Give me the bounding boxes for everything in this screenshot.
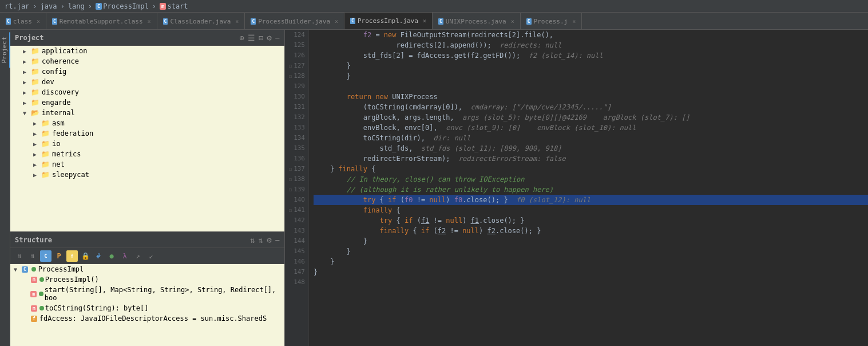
tree-label-coherence: coherence <box>42 57 79 65</box>
struct-item-fdaccess[interactable]: f fdAccess: JavaIOFileDescriptorAccess =… <box>10 313 284 324</box>
folder-icon-io: 📁 <box>41 140 50 148</box>
struct-minimize-icon[interactable]: − <box>275 235 280 245</box>
tree-label-sleepycat: sleepycat <box>52 171 89 179</box>
tab-processbuilder-close[interactable]: × <box>335 18 338 25</box>
vtab-project[interactable]: Project <box>0 32 10 68</box>
code-line-139: // (although it is rather unlikely to ha… <box>314 184 868 195</box>
struct-btn-lock[interactable]: 🔒 <box>80 250 91 262</box>
tab-classloader-label: ClassLoader.java <box>170 18 231 25</box>
collapse-all-icon[interactable]: ⊟ <box>259 33 263 42</box>
tree-item-config[interactable]: ▶ 📁 config <box>10 66 284 77</box>
struct-m-icon3: m <box>31 305 37 312</box>
tab-classloader[interactable]: C ClassLoader.java × <box>157 13 245 29</box>
tree-label-config: config <box>42 68 66 76</box>
add-icon[interactable]: ⊕ <box>239 33 244 42</box>
tree-item-coherence[interactable]: ▶ 📁 coherence <box>10 56 284 66</box>
structure-panel-title: Structure <box>15 236 250 244</box>
sep3: › <box>88 2 92 10</box>
struct-btn-arrow[interactable]: ↗ <box>132 250 144 262</box>
sort2-icon[interactable]: ⇅ <box>259 235 263 245</box>
project-tree[interactable]: ▶ 📁 application ▶ 📁 coherence ▶ 📁 config… <box>10 46 284 231</box>
struct-btn-down[interactable]: ↙ <box>145 250 157 262</box>
code-scroll[interactable]: 124 125 126 127 128 129 130 131 132 133 … <box>285 30 868 346</box>
tab-processimpl-close[interactable]: × <box>423 18 426 24</box>
tab-process-close[interactable]: × <box>572 18 576 25</box>
ln-143: 143 <box>288 226 305 236</box>
struct-circle2 <box>39 277 44 282</box>
tab-class-close[interactable]: × <box>37 18 40 25</box>
struct-btn-lambda[interactable]: λ <box>119 250 130 262</box>
tab-unixprocess-close[interactable]: × <box>511 18 514 25</box>
struct-settings-icon[interactable]: ⚙ <box>267 235 271 245</box>
struct-btn-hash[interactable]: # <box>93 250 104 262</box>
ln-127: 127 <box>288 61 305 71</box>
struct-arrow-constructor <box>23 277 31 283</box>
project-panel-header: Project ⊕ ☰ ⊟ ⚙ − <box>10 30 284 46</box>
minimize-icon[interactable]: − <box>275 33 280 42</box>
struct-btn1[interactable]: ⇅ <box>14 250 25 262</box>
struct-circle4 <box>39 306 44 310</box>
code-line-126: std_fds[2] = fdAccess.get(f2.getFD()); f… <box>314 50 868 61</box>
struct-btn-circle[interactable]: ● <box>106 250 117 262</box>
pkg1-label: java <box>41 2 57 10</box>
struct-item-tocstring[interactable]: m toCString(String): byte[] <box>10 303 284 313</box>
folder-icon-metrics: 📁 <box>41 150 50 158</box>
tab-unixprocess-icon: C <box>438 18 443 25</box>
tab-processbuilder[interactable]: C ProcessBuilder.java × <box>245 13 344 29</box>
tab-processimpl[interactable]: C ProcessImpl.java × <box>344 13 433 29</box>
folder-icon-application: 📁 <box>31 47 39 55</box>
struct-btn-f-yellow[interactable]: f <box>66 250 78 262</box>
ln-146: 146 <box>288 257 305 267</box>
struct-start-label: start(String[], Map<String, String>, Str… <box>45 286 280 302</box>
tab-remotable-label: RemotableSupport.class <box>60 18 143 25</box>
tree-arrow-federation: ▶ <box>33 131 41 137</box>
tree-item-sleepycat[interactable]: ▶ 📁 sleepycat <box>10 170 284 180</box>
code-line-136: redirectErrorStream); redirectErrorStrea… <box>314 154 868 164</box>
ln-144: 144 <box>288 236 305 246</box>
tree-item-asm[interactable]: ▶ 📁 asm <box>10 118 284 128</box>
struct-arrow-root: ▼ <box>14 266 22 273</box>
struct-circle-icon <box>31 267 36 272</box>
ln-125: 125 <box>288 40 305 50</box>
tree-item-discovery[interactable]: ▶ 📁 discovery <box>10 87 284 97</box>
sort-icon[interactable]: ⇅ <box>250 235 255 245</box>
ln-139: 139 <box>288 184 305 195</box>
sidebar: Project ⊕ ☰ ⊟ ⚙ − ▶ 📁 application ▶ 📁 <box>10 30 285 346</box>
ln-124: 124 <box>288 30 305 40</box>
struct-item-start[interactable]: m start(String[], Map<String, String>, S… <box>10 285 284 303</box>
settings-icon[interactable]: ⚙ <box>267 33 271 42</box>
tab-remotable-close[interactable]: × <box>148 18 151 25</box>
folder-icon-net: 📁 <box>41 160 50 168</box>
code-lines[interactable]: f2 = new FileOutputStream(redirects[2].f… <box>309 30 868 346</box>
code-area: 124 125 126 127 128 129 130 131 132 133 … <box>285 30 868 346</box>
tab-unixprocess[interactable]: C UNIXProcess.java × <box>433 13 521 29</box>
tree-item-metrics[interactable]: ▶ 📁 metrics <box>10 149 284 159</box>
struct-item-constructor[interactable]: m ProcessImpl() <box>10 274 284 285</box>
code-line-138: // In theory, close() can throw IOExcept… <box>314 174 868 184</box>
tree-item-io[interactable]: ▶ 📁 io <box>10 139 284 149</box>
tree-item-federation[interactable]: ▶ 📁 federation <box>10 128 284 139</box>
structure-tree[interactable]: ▼ C ProcessImpl m ProcessImpl() m <box>10 264 284 346</box>
struct-item-root[interactable]: ▼ C ProcessImpl <box>10 264 284 274</box>
sep1: › <box>33 2 37 10</box>
tab-remotable[interactable]: C RemotableSupport.class × <box>46 13 157 29</box>
tab-classloader-icon: C <box>163 18 168 25</box>
tab-process[interactable]: C Process.j × <box>521 13 582 29</box>
folder-icon-asm: 📁 <box>41 119 50 127</box>
tree-item-net[interactable]: ▶ 📁 net <box>10 159 284 170</box>
tree-item-internal[interactable]: ▼ 📂 internal <box>10 108 284 118</box>
struct-btn-p[interactable]: P <box>53 250 65 262</box>
ln-131: 131 <box>288 102 305 112</box>
tab-classloader-close[interactable]: × <box>235 18 239 25</box>
structure-panel-icons: ⇅ ⇅ ⚙ − <box>250 235 280 245</box>
tab-class[interactable]: C class × <box>0 13 46 29</box>
code-line-131: (toCString(cmdarray[0]), cmdarray: ["/tm… <box>314 102 868 112</box>
tree-item-engarde[interactable]: ▶ 📁 engarde <box>10 97 284 108</box>
pkg2-label: lang <box>68 2 85 10</box>
tree-item-dev[interactable]: ▶ 📁 dev <box>10 77 284 87</box>
code-line-144: } <box>314 236 868 246</box>
struct-btn-c[interactable]: C <box>40 250 51 262</box>
struct-btn2[interactable]: ⇅ <box>27 250 38 262</box>
tree-item-application[interactable]: ▶ 📁 application <box>10 46 284 56</box>
expand-all-icon[interactable]: ☰ <box>248 33 255 42</box>
